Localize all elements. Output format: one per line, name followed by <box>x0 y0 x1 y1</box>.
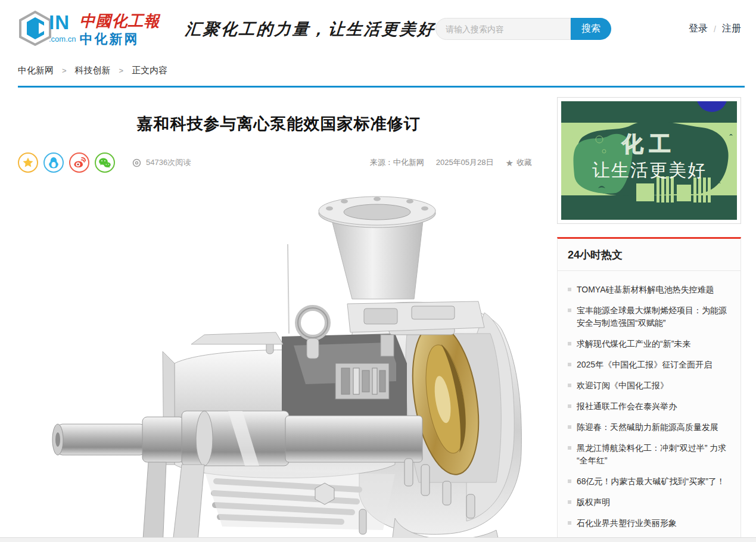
hot-article-item[interactable]: 求解现代煤化工产业的“新”未来 <box>568 338 731 350</box>
content-area: 嘉和科技参与离心泵能效国家标准修订 <box>0 88 756 542</box>
login-link[interactable]: 登录 <box>689 23 708 35</box>
centrifugal-pump-cutaway-image <box>26 185 532 542</box>
favorite-star-icon: ★ <box>506 158 514 167</box>
favorite-label: 收藏 <box>517 157 532 168</box>
weibo-share-icon[interactable] <box>69 152 89 173</box>
hot-article-item[interactable]: 宝丰能源全球最大煤制烯烃项目：为能源安全与制造强国“双赋能” <box>568 304 731 329</box>
hot-articles-panel: 24小时热文 TOMYA硅基新材料解电池热失控难题 宝丰能源全球最大煤制烯烃项目… <box>557 237 741 542</box>
hot-article-item[interactable]: 2025年《中国化工报》征订全面开启 <box>568 359 731 371</box>
site-name: 中化新网 <box>80 30 160 48</box>
register-link[interactable]: 注册 <box>722 23 741 35</box>
article-title: 嘉和科技参与离心泵能效国家标准修订 <box>18 113 539 135</box>
hot-article-item[interactable]: 欢迎订阅《中国化工报》 <box>568 379 731 392</box>
qzone-share-icon[interactable] <box>18 152 38 173</box>
hot-article-item[interactable]: 陈迎春：天然碱助力新能源高质量发展 <box>568 421 731 434</box>
hot-article-item[interactable]: 石化业界共塑行业美丽形象 <box>568 517 731 529</box>
article-figure <box>18 185 539 542</box>
search-input[interactable] <box>435 18 571 40</box>
views-eye-icon <box>132 158 142 167</box>
benzene-hexagon-icon <box>18 10 52 46</box>
logo-names-block: 中國化工報 中化新网 <box>80 13 160 48</box>
breadcrumb-separator: > <box>119 66 124 75</box>
auth-divider: / <box>714 24 716 34</box>
logo-domain-suffix: .com.cn <box>49 35 76 43</box>
wechat-share-icon[interactable] <box>95 152 115 173</box>
logo-letters: IN <box>49 14 76 32</box>
search-button[interactable]: 搜索 <box>571 18 611 40</box>
promo-banner[interactable]: 化工 让生活更美好 <box>557 97 741 224</box>
article-date: 2025年05月28日 <box>436 157 494 168</box>
share-buttons <box>18 152 115 173</box>
newspaper-name: 中國化工報 <box>80 13 160 29</box>
sidebar: 化工 让生活更美好 24小时热文 TOMYA硅基新材料解电池热失控难题 宝丰能源… <box>557 97 741 542</box>
site-header: IN .com.cn 中國化工報 中化新网 汇聚化工的力量，让生活更美好 搜索 … <box>0 0 756 58</box>
auth-links: 登录 / 注册 <box>689 23 741 35</box>
breadcrumb-home[interactable]: 中化新网 <box>18 65 54 76</box>
favorite-button[interactable]: ★ 收藏 <box>506 157 532 168</box>
view-count-text: 54736次阅读 <box>146 157 191 168</box>
logo-text-block: IN .com.cn <box>49 14 76 43</box>
site-logo[interactable]: IN .com.cn 中國化工報 中化新网 <box>18 10 160 48</box>
hot-articles-list: TOMYA硅基新材料解电池热失控难题 宝丰能源全球最大煤制烯烃项目：为能源安全与… <box>558 271 741 542</box>
breadcrumb-separator: > <box>62 66 67 75</box>
hot-article-item[interactable]: 黑龙江博航染料化工：冲刺“双过半” 力求“全年红” <box>568 442 731 467</box>
hot-article-item[interactable]: TOMYA硅基新材料解电池热失控难题 <box>568 284 731 296</box>
article-meta-right: 来源：中化新网 2025年05月28日 ★ 收藏 <box>370 157 539 168</box>
breadcrumb-section[interactable]: 科技创新 <box>75 65 111 76</box>
page-bottom-strip <box>0 537 756 542</box>
article-meta-row: 54736次阅读 来源：中化新网 2025年05月28日 ★ 收藏 <box>18 152 539 173</box>
qq-share-icon[interactable] <box>43 152 64 173</box>
site-slogan: 汇聚化工的力量，让生活更美好 <box>184 18 436 40</box>
hot-article-item[interactable]: 版权声明 <box>568 496 731 509</box>
breadcrumb-current: 正文内容 <box>132 65 167 76</box>
banner-subtitle-text: 让生活更美好 <box>592 160 707 180</box>
view-count: 54736次阅读 <box>132 157 191 168</box>
article-column: 嘉和科技参与离心泵能效国家标准修订 <box>18 97 539 542</box>
search-bar: 搜索 <box>435 18 611 40</box>
breadcrumb: 中化新网 > 科技创新 > 正文内容 <box>0 58 756 76</box>
hot-articles-title: 24小时热文 <box>558 239 741 271</box>
hot-article-item[interactable]: 68亿元！内蒙古最大碱矿找到“买家”了！ <box>568 475 731 488</box>
hot-article-item[interactable]: 报社通联工作会在泰兴举办 <box>568 400 731 413</box>
article-source: 来源：中化新网 <box>370 157 424 168</box>
banner-title-text: 化工 <box>621 132 677 156</box>
